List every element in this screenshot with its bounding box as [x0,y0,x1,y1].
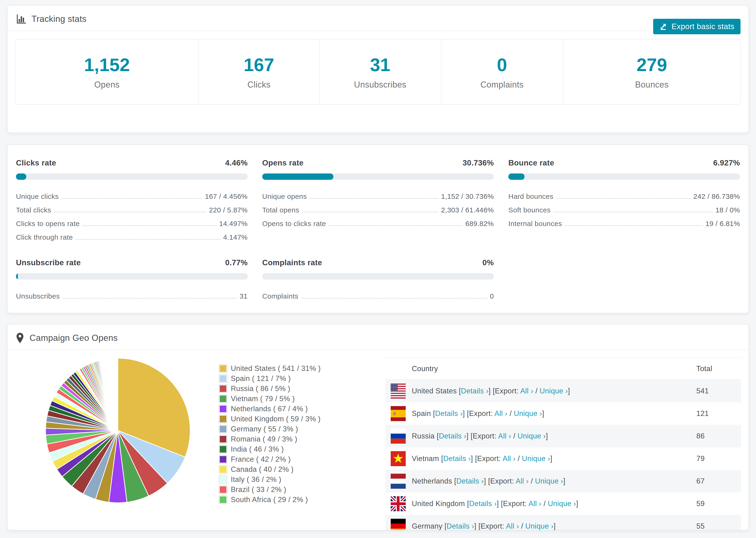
geo-header: Campaign Geo Opens [8,324,748,350]
details-link[interactable]: Details › [435,409,462,418]
rates-grid: Clicks rate4.46%Unique clicks167 / 4.456… [16,158,740,300]
rate-rows: Unique clicks167 / 4.456%Total clicks220… [16,187,248,241]
export-unique-link[interactable]: Unique › [540,387,568,395]
dotted-leader [76,239,220,240]
details-link[interactable]: Details › [447,522,474,530]
legend-label: United Kingdom ( 59 / 3% ) [231,415,321,423]
legend-swatch [220,416,226,422]
export-unique-link[interactable]: Unique › [514,409,542,418]
rate-rows: Complaints0 [262,287,494,300]
export-all-link[interactable]: All › [506,522,519,530]
export-all-link[interactable]: All › [520,387,533,395]
export-unique-link[interactable]: Unique › [535,477,563,485]
detail-value: 18 / 0% [715,206,740,214]
bracket: ] [Export: [497,500,528,508]
stat-value: 167 [244,54,274,76]
details-link[interactable]: Details › [461,387,488,395]
stat-box-bounces: 279Bounces [563,39,740,104]
rate-panel-unsubscribe-rate: Unsubscribe rate0.77%Unsubscribes31 [16,258,248,300]
progress-track [16,174,248,180]
export-all-link[interactable]: All › [495,409,507,418]
details-link[interactable]: Details › [443,455,471,463]
detail-label: Unsubscribes [16,292,60,300]
legend-item: Romania ( 49 / 3% ) [219,434,386,444]
bracket: ] [563,477,566,485]
page-title: Tracking stats [31,14,87,24]
detail-label: Unique opens [262,192,307,201]
detail-row: Unique clicks167 / 4.456% [16,187,248,200]
bracket: ] [542,409,544,418]
country-cell: Spain [Details ›] [Export: All › / Uniqu… [412,409,696,418]
flag-icon-de [391,519,406,530]
dotted-leader [553,212,713,212]
stat-box-opens: 1,152Opens [16,39,199,104]
legend-label: Romania ( 49 / 3% ) [231,435,297,443]
progress-track [508,174,740,180]
geo-table: Country Total United States [Details ›] … [386,358,741,530]
total-cell: 67 [696,477,741,485]
bracket: [ [467,500,469,508]
slash: / [533,387,540,395]
detail-value: 220 / 5.87% [209,206,248,214]
rate-title: Clicks rate [16,158,56,167]
legend-item: Vietnam ( 79 / 5% ) [219,394,386,404]
legend-swatch [220,385,226,392]
detail-label: Clicks to opens rate [16,220,80,228]
export-all-link[interactable]: All › [503,455,515,463]
export-unique-link[interactable]: Unique › [548,500,576,508]
bracket: ] [554,522,556,530]
legend-item: Canada ( 40 / 2% ) [219,464,386,474]
legend-label: India ( 46 / 3% ) [231,445,284,454]
export-button-label: Export basic stats [672,22,734,31]
export-all-link[interactable]: All › [515,477,528,485]
details-link[interactable]: Details › [439,432,466,440]
export-all-link[interactable]: All › [528,500,541,508]
bracket: [ [437,432,439,440]
export-all-link[interactable]: All › [498,432,511,440]
legend-item: South Africa ( 29 / 2% ) [219,495,386,505]
geo-legend: United States ( 541 / 31% )Spain ( 121 /… [219,350,386,505]
bracket: ] [Export: [466,432,498,440]
bracket: ] [Export: [463,409,495,418]
slash: / [519,522,525,530]
details-link[interactable]: Details › [457,477,484,485]
total-cell: 121 [696,409,741,418]
dotted-leader [63,298,237,298]
export-unique-link[interactable]: Unique › [525,522,553,530]
legend-swatch [220,436,226,443]
export-basic-stats-button[interactable]: Export basic stats [653,19,740,34]
stat-value: 0 [497,54,507,76]
detail-row: Unique opens1,152 / 30.736% [262,187,494,200]
details-link[interactable]: Details › [469,500,497,508]
stat-box-unsubscribes: 31Unsubscribes [320,39,441,104]
legend-swatch [220,396,226,402]
country-name: Russia [412,432,435,440]
table-row-gb: United Kingdom [Details ›] [Export: All … [386,493,741,515]
progress-fill [508,174,524,180]
detail-row: Soft bounces18 / 0% [508,200,740,214]
rate-title-row: Bounce rate6.927% [508,158,740,167]
legend-item: Germany ( 55 / 3% ) [219,424,386,434]
dotted-leader [82,225,216,226]
export-unique-link[interactable]: Unique › [517,432,546,440]
rate-title: Bounce rate [508,158,554,167]
dotted-leader [302,212,438,212]
legend-swatch [220,497,226,503]
total-cell: 541 [696,387,741,395]
progress-fill [262,174,333,180]
detail-value: 31 [240,292,247,300]
dotted-leader [54,212,206,212]
rate-rows: Hard bounces242 / 86.738%Soft bounces18 … [508,187,740,228]
slash: / [515,455,522,463]
table-row-ru: Russia [Details ›] [Export: All › / Uniq… [386,425,741,447]
legend-item: Spain ( 121 / 7% ) [219,373,386,384]
legend-label: Brazil ( 33 / 2% ) [231,485,286,494]
export-unique-link[interactable]: Unique › [522,455,550,463]
bracket: ] [568,387,570,395]
legend-item: Netherlands ( 67 / 4% ) [219,404,386,414]
country-name: United Kingdom [412,500,465,508]
table-row-es: Spain [Details ›] [Export: All › / Uniqu… [386,402,741,425]
bar-chart-icon [16,14,26,25]
legend-item: United Kingdom ( 59 / 3% ) [219,414,386,424]
rate-title: Complaints rate [262,258,322,267]
